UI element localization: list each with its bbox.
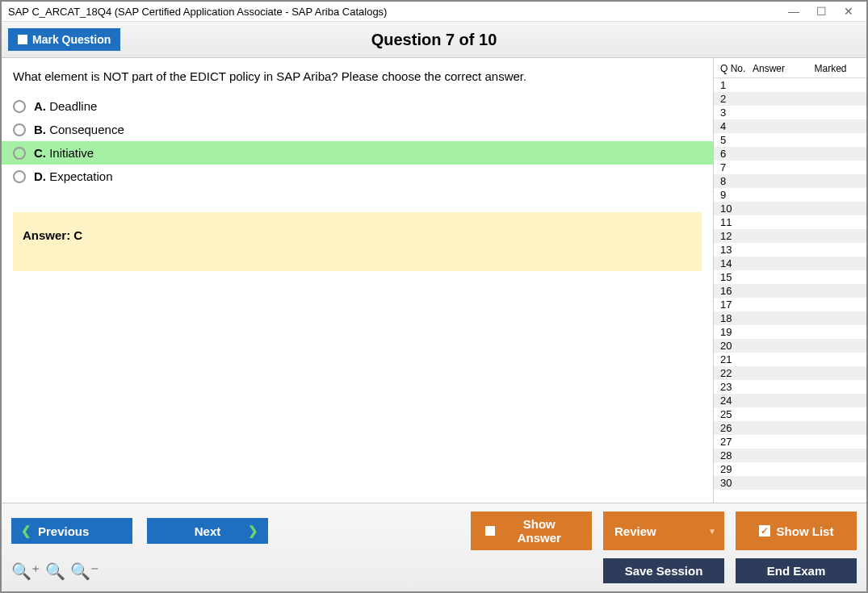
question-text: What element is NOT part of the EDICT po… xyxy=(2,69,713,94)
qlist-row[interactable]: 27 xyxy=(714,435,866,449)
radio-icon xyxy=(13,123,26,136)
option-label: D. Expectation xyxy=(34,169,113,183)
qlist-row[interactable]: 3 xyxy=(714,106,866,119)
window-title: SAP C_ARCAT_18Q4 (SAP Certified Applicat… xyxy=(8,6,387,18)
chevron-left-icon: ❮ xyxy=(21,524,31,538)
qlist-row[interactable]: 8 xyxy=(714,174,866,188)
question-pane: What element is NOT part of the EDICT po… xyxy=(2,58,713,503)
maximize-icon[interactable]: ☐ xyxy=(815,5,828,18)
mark-question-button[interactable]: Mark Question xyxy=(8,28,120,51)
save-session-label: Save Session xyxy=(625,564,703,578)
zoom-out-icon[interactable]: 🔍⁻ xyxy=(70,562,99,581)
checkbox-icon xyxy=(18,35,27,44)
qlist-row[interactable]: 20 xyxy=(714,339,866,353)
qlist-row[interactable]: 10 xyxy=(714,202,866,215)
qlist-row[interactable]: 6 xyxy=(714,147,866,161)
option-row-A[interactable]: A. Deadline xyxy=(2,94,713,118)
qlist-row[interactable]: 21 xyxy=(714,353,866,366)
col-marked: Marked xyxy=(801,63,860,74)
qlist-row[interactable]: 9 xyxy=(714,188,866,202)
checkbox-icon xyxy=(485,526,495,536)
answer-box: Answer: C xyxy=(13,212,702,271)
qlist-row[interactable]: 23 xyxy=(714,380,866,394)
close-icon[interactable]: ✕ xyxy=(842,5,855,18)
qlist-body[interactable]: 1234567891011121314151617181920212223242… xyxy=(714,78,866,503)
answer-prefix: Answer: xyxy=(23,228,73,242)
option-row-B[interactable]: B. Consequence xyxy=(2,118,713,141)
qlist-row[interactable]: 12 xyxy=(714,229,866,243)
qlist-row[interactable]: 15 xyxy=(714,270,866,284)
zoom-reset-icon[interactable]: 🔍 xyxy=(45,562,65,581)
zoom-controls: 🔍⁺ 🔍 🔍⁻ xyxy=(11,562,99,581)
qlist-row[interactable]: 16 xyxy=(714,284,866,298)
review-button[interactable]: Review ▼ xyxy=(603,512,724,550)
col-qno: Q No. xyxy=(720,63,753,74)
answer-value: C xyxy=(73,228,82,242)
previous-button[interactable]: ❮ Previous xyxy=(11,518,132,544)
show-list-button[interactable]: ✓ Show List xyxy=(736,512,857,550)
qlist-row[interactable]: 2 xyxy=(714,92,866,106)
qlist-row[interactable]: 22 xyxy=(714,366,866,380)
review-label: Review xyxy=(614,524,656,538)
qlist-row[interactable]: 19 xyxy=(714,325,866,339)
qlist-row[interactable]: 30 xyxy=(714,476,866,490)
option-row-D[interactable]: D. Expectation xyxy=(2,165,713,188)
show-answer-label: Show Answer xyxy=(501,517,577,545)
footer: ❮ Previous Next ❯ Show Answer Review ▼ xyxy=(2,503,866,591)
previous-label: Previous xyxy=(38,524,89,538)
chevron-down-icon: ▼ xyxy=(708,527,716,536)
qlist-row[interactable]: 24 xyxy=(714,394,866,407)
qlist-row[interactable]: 14 xyxy=(714,257,866,270)
minimize-icon[interactable]: — xyxy=(787,5,800,18)
qlist-row[interactable]: 4 xyxy=(714,119,866,133)
qlist-row[interactable]: 7 xyxy=(714,161,866,174)
col-answer: Answer xyxy=(753,63,801,74)
end-exam-label: End Exam xyxy=(767,564,826,578)
qlist-row[interactable]: 17 xyxy=(714,298,866,311)
question-list-pane: Q No. Answer Marked 12345678910111213141… xyxy=(713,58,866,503)
qlist-row[interactable]: 13 xyxy=(714,243,866,257)
header-bar: Mark Question Question 7 of 10 xyxy=(2,22,866,58)
check-icon: ✓ xyxy=(759,525,770,537)
show-answer-button[interactable]: Show Answer xyxy=(471,512,592,550)
option-label: A. Deadline xyxy=(34,99,97,113)
question-counter: Question 7 of 10 xyxy=(371,31,497,49)
qlist-header: Q No. Answer Marked xyxy=(714,58,866,78)
option-label: C. Initiative xyxy=(34,146,94,160)
qlist-row[interactable]: 25 xyxy=(714,407,866,421)
next-button[interactable]: Next ❯ xyxy=(147,518,268,544)
qlist-row[interactable]: 26 xyxy=(714,421,866,435)
radio-icon xyxy=(13,100,26,113)
next-label: Next xyxy=(195,524,221,538)
chevron-right-icon: ❯ xyxy=(248,524,258,538)
option-label: B. Consequence xyxy=(34,123,124,136)
mark-question-label: Mark Question xyxy=(32,33,111,46)
qlist-row[interactable]: 5 xyxy=(714,133,866,147)
qlist-row[interactable]: 29 xyxy=(714,462,866,476)
qlist-row[interactable]: 28 xyxy=(714,449,866,462)
show-list-label: Show List xyxy=(777,524,834,538)
radio-icon xyxy=(13,147,26,160)
end-exam-button[interactable]: End Exam xyxy=(736,558,857,583)
zoom-in-icon[interactable]: 🔍⁺ xyxy=(11,562,40,581)
qlist-row[interactable]: 1 xyxy=(714,78,866,92)
title-bar: SAP C_ARCAT_18Q4 (SAP Certified Applicat… xyxy=(2,2,866,22)
radio-icon xyxy=(13,170,26,183)
qlist-row[interactable]: 18 xyxy=(714,311,866,325)
qlist-row[interactable]: 11 xyxy=(714,215,866,229)
save-session-button[interactable]: Save Session xyxy=(603,558,724,583)
option-row-C[interactable]: C. Initiative xyxy=(2,141,713,165)
